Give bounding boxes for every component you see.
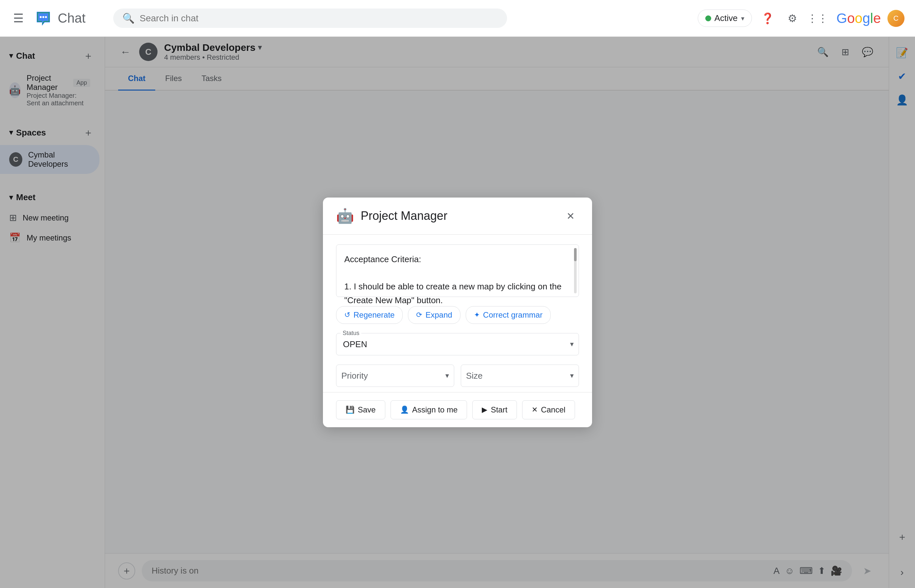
save-icon: 💾 [346, 405, 354, 414]
modal-body: Acceptance Criteria: 1. I should be able… [323, 234, 592, 392]
assign-to-me-button[interactable]: 👤 Assign to me [391, 400, 467, 419]
modal-header: 🤖 Project Manager ✕ [323, 197, 592, 234]
app-name: Chat [58, 11, 86, 26]
save-label: Save [358, 405, 376, 414]
main-layout: ▾ Chat ＋ 🤖 Project Manager App Project M… [0, 37, 915, 588]
search-input[interactable] [140, 13, 498, 24]
active-chevron-icon: ▾ [741, 15, 744, 22]
active-label: Active [715, 13, 738, 23]
settings-button[interactable]: ⚙ [783, 9, 802, 27]
acceptance-criteria-heading: Acceptance Criteria: [344, 253, 571, 267]
assign-to-me-icon: 👤 [400, 405, 409, 414]
correct-grammar-icon: ✦ [474, 311, 480, 319]
status-select[interactable]: OPEN IN PROGRESS DONE [336, 333, 579, 355]
priority-select[interactable]: LOW MEDIUM HIGH [336, 365, 454, 387]
start-icon: ▶ [482, 405, 487, 414]
modal-robot-icon: 🤖 [336, 207, 354, 225]
apps-button[interactable]: ⋮⋮ [808, 9, 827, 27]
svg-point-3 [45, 16, 47, 18]
textarea-scrollbar-thumb [574, 248, 577, 261]
size-select[interactable]: XS S M L [461, 365, 579, 387]
priority-size-row: LOW MEDIUM HIGH Priority ▾ XS S M [336, 365, 579, 387]
cancel-icon: ✕ [532, 405, 538, 414]
start-button[interactable]: ▶ Start [472, 400, 517, 419]
user-avatar[interactable]: C [888, 10, 904, 27]
expand-icon: ⟳ [416, 311, 422, 319]
hamburger-menu[interactable]: ☰ [11, 11, 26, 26]
assign-to-me-label: Assign to me [412, 405, 458, 414]
acceptance-criteria-text: Acceptance Criteria: 1. I should be able… [344, 253, 571, 307]
regenerate-button[interactable]: ↺ Regenerate [336, 306, 403, 324]
active-status-badge[interactable]: Active ▾ [698, 10, 752, 27]
correct-grammar-label: Correct grammar [483, 310, 543, 320]
svg-point-1 [40, 16, 42, 18]
google-logo: Google [837, 11, 881, 26]
top-bar-right: Active ▾ ❓ ⚙ ⋮⋮ Google C [698, 9, 904, 27]
regenerate-label: Regenerate [354, 310, 394, 320]
svg-point-2 [42, 16, 44, 18]
top-bar: ☰ Chat 🔍 Active ▾ ❓ ⚙ ⋮⋮ Google [0, 0, 915, 37]
modal-overlay: 🤖 Project Manager ✕ Acceptance Criteria:… [0, 37, 915, 588]
start-label: Start [491, 405, 508, 414]
acceptance-criteria-textarea[interactable]: Acceptance Criteria: 1. I should be able… [336, 244, 579, 297]
chat-logo-icon [34, 9, 53, 27]
acceptance-criteria-item1: 1. I should be able to create a new map … [344, 280, 571, 307]
priority-field: LOW MEDIUM HIGH Priority ▾ [336, 365, 454, 387]
modal-close-button[interactable]: ✕ [562, 207, 579, 225]
help-button[interactable]: ❓ [758, 9, 777, 27]
modal-footer: 💾 Save 👤 Assign to me ▶ Start ✕ Cancel [323, 392, 592, 427]
size-field: XS S M L Size ▾ [461, 365, 579, 387]
expand-button[interactable]: ⟳ Expand [408, 306, 460, 324]
search-container: 🔍 [113, 8, 507, 28]
cancel-button[interactable]: ✕ Cancel [522, 400, 575, 419]
cancel-label: Cancel [541, 405, 566, 414]
active-dot-indicator [705, 15, 711, 21]
ai-actions-row: ↺ Regenerate ⟳ Expand ✦ Correct grammar [336, 306, 579, 324]
correct-grammar-button[interactable]: ✦ Correct grammar [466, 306, 551, 324]
expand-label: Expand [425, 310, 452, 320]
app-logo: Chat [34, 9, 86, 27]
status-field: Status OPEN IN PROGRESS DONE ▾ [336, 333, 579, 355]
status-field-label: Status [341, 330, 361, 337]
modal-title-text: Project Manager [361, 209, 555, 223]
textarea-scrollbar[interactable] [574, 248, 577, 293]
regenerate-icon: ↺ [344, 311, 350, 319]
save-button[interactable]: 💾 Save [336, 400, 385, 419]
search-icon: 🔍 [123, 13, 134, 24]
project-manager-modal: 🤖 Project Manager ✕ Acceptance Criteria:… [323, 197, 592, 427]
